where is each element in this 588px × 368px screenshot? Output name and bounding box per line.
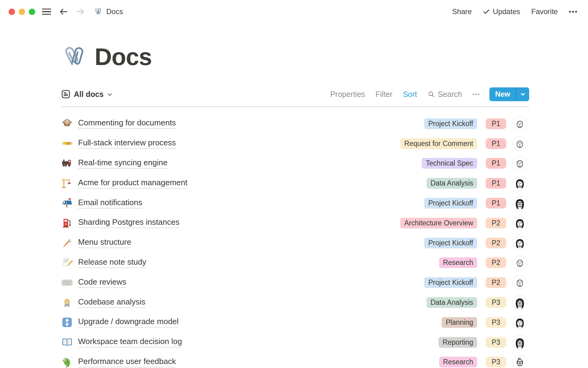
minimize-window-button[interactable] (19, 9, 25, 15)
doc-title-link[interactable]: Full-stack interview process (78, 138, 176, 149)
properties-button[interactable]: Properties (330, 90, 365, 99)
forward-arrow-icon[interactable] (76, 7, 85, 16)
assignee-avatar-woman-bob (512, 216, 527, 231)
memo-icon (61, 257, 73, 268)
doc-list: Commenting for documents Project Kickoff… (61, 114, 529, 368)
priority-badge: P1 (486, 198, 506, 209)
doc-title-link[interactable]: Performance user feedback (78, 357, 176, 367)
page-icon-linked-paperclips[interactable] (61, 44, 88, 71)
more-options-button[interactable]: ••• (569, 8, 578, 15)
chevron-down-icon (107, 92, 113, 98)
doc-title-link[interactable]: Code reviews (78, 278, 126, 288)
doc-title-link[interactable]: Acme for product management (78, 178, 187, 189)
new-doc-split-button: New (489, 87, 529, 101)
search-button[interactable]: Search (428, 90, 462, 99)
doc-row[interactable]: Workspace team decision log Reporting P3 (61, 332, 529, 352)
doc-type-tag: Project Kickoff (424, 198, 477, 209)
fuel-pump-icon (61, 217, 73, 228)
priority-badge: P1 (486, 118, 506, 129)
carrot-icon (61, 237, 73, 248)
doc-type-tag: Data Analysis (427, 178, 477, 189)
doc-title-link[interactable]: Codebase analysis (78, 297, 145, 308)
doc-type-tag: Request for Comment (400, 138, 477, 149)
window-controls (9, 9, 35, 15)
doc-type-tag: Project Kickoff (424, 118, 477, 129)
priority-badge: P2 (486, 218, 506, 228)
page-title: Docs (95, 43, 152, 71)
doc-type-tag: Planning (442, 317, 477, 328)
doc-type-tag: Technical Spec (422, 158, 477, 169)
doc-title-link[interactable]: Workspace team decision log (78, 337, 182, 347)
doc-row[interactable]: Commenting for documents Project Kickoff… (61, 114, 529, 134)
doc-row[interactable]: Performance user feedback Research P3 (61, 352, 529, 368)
priority-badge: P3 (486, 337, 506, 348)
sort-button[interactable]: Sort (403, 90, 417, 99)
view-selector-label: All docs (74, 90, 104, 99)
doc-type-tag: Research (439, 357, 477, 367)
assignee-avatar-person-glasses-long-hair (512, 335, 527, 350)
priority-badge: P3 (486, 357, 506, 367)
check-icon (483, 8, 490, 15)
doc-row[interactable]: Sharding Postgres instances Architecture… (61, 213, 529, 233)
priority-badge: P2 (486, 257, 506, 268)
toolbar-actions: Properties Filter Sort Search ••• New (330, 87, 529, 101)
doc-title-link[interactable]: Release note study (78, 258, 146, 268)
doc-row[interactable]: Menu structure Project Kickoff P2 (61, 233, 529, 253)
woman-technologist-icon (61, 297, 73, 308)
keyboard-icon (61, 277, 73, 288)
assignee-avatar-person-glasses-long-hair (512, 295, 527, 310)
doc-type-tag: Data Analysis (427, 297, 477, 308)
assignee-avatar-man-round-face (512, 156, 527, 171)
titlebar-actions: Share Updates Favorite ••• (452, 7, 578, 16)
doc-title-link[interactable]: Upgrade / downgrade model (78, 317, 179, 328)
favorite-button[interactable]: Favorite (531, 7, 558, 16)
filter-button[interactable]: Filter (375, 90, 393, 99)
doc-row[interactable]: Acme for product management Data Analysi… (61, 173, 529, 193)
table-divider (61, 106, 529, 107)
priority-badge: P1 (486, 178, 506, 189)
assignee-avatar-woman-side-part (512, 176, 527, 191)
share-button[interactable]: Share (452, 7, 472, 16)
parrot-icon (61, 357, 73, 368)
open-mailbox-raised-flag-icon (61, 198, 73, 209)
assignee-avatar-person-glasses-long-hair (512, 196, 527, 211)
updates-button[interactable]: Updates (483, 7, 520, 16)
updates-label: Updates (493, 7, 520, 16)
assignee-avatar-man-short-dark-hair (512, 136, 527, 151)
maximize-window-button[interactable] (29, 9, 35, 15)
assignee-avatar-woman-side-part (512, 236, 527, 251)
new-doc-button[interactable]: New (489, 87, 516, 101)
titlebar: Docs Share Updates Favorite ••• (0, 0, 588, 23)
doc-title-link[interactable]: Commenting for documents (78, 118, 176, 129)
doc-row[interactable]: Upgrade / downgrade model Planning P3 (61, 312, 529, 332)
doc-title-link[interactable]: Menu structure (78, 238, 131, 248)
new-doc-dropdown-button[interactable] (517, 87, 529, 101)
doc-row[interactable]: Codebase analysis Data Analysis P3 (61, 293, 529, 312)
doc-type-tag: Reporting (439, 337, 477, 348)
back-arrow-icon[interactable] (58, 7, 68, 16)
doc-title-link[interactable]: Email notifications (78, 198, 142, 209)
hamburger-menu-icon[interactable] (42, 9, 51, 15)
doc-row[interactable]: Full-stack interview process Request for… (61, 134, 529, 154)
doc-type-tag: Research (439, 257, 477, 268)
doc-row[interactable]: Code reviews Project Kickoff P2 (61, 273, 529, 293)
doc-row[interactable]: Real-time syncing engine Technical Spec … (61, 154, 529, 174)
doc-row[interactable]: Email notifications Project Kickoff P1 (61, 193, 529, 213)
assignee-avatar-man-short-dark-hair (512, 255, 527, 270)
doc-title-link[interactable]: Real-time syncing engine (78, 158, 168, 169)
view-selector-button[interactable]: All docs (61, 90, 113, 99)
assignee-avatar-woman-bob (512, 315, 527, 330)
close-window-button[interactable] (9, 9, 15, 15)
doc-type-tag: Project Kickoff (424, 238, 477, 248)
search-label: Search (438, 90, 462, 99)
doc-type-tag: Project Kickoff (424, 277, 477, 288)
doc-type-tag: Architecture Overview (400, 218, 477, 228)
linked-paperclips-icon (93, 7, 103, 16)
open-book-icon (61, 337, 73, 348)
page-header: Docs (61, 43, 152, 71)
doc-title-link[interactable]: Sharding Postgres instances (78, 218, 179, 228)
doc-row[interactable]: Release note study Research P2 (61, 253, 529, 273)
handshake-icon (61, 138, 73, 149)
toolbar-more-button[interactable]: ••• (473, 91, 480, 98)
priority-badge: P1 (486, 158, 506, 169)
